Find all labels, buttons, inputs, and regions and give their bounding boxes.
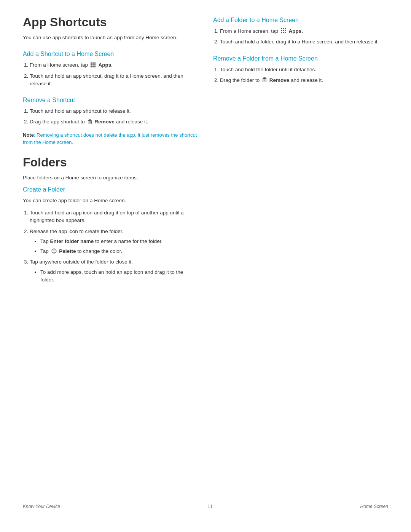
folders-intro: Place folders on a Home screen to organi… xyxy=(23,174,198,182)
create-folder-title: Create a Folder xyxy=(23,186,198,193)
svg-rect-21 xyxy=(281,28,282,29)
list-item: Tap anywhere outside of the folder to cl… xyxy=(30,258,198,284)
list-item: Touch and hold an app icon and drag it o… xyxy=(30,209,198,225)
folders-section: Folders Place folders on a Home screen t… xyxy=(23,155,198,284)
svg-rect-1 xyxy=(92,62,94,64)
svg-point-16 xyxy=(53,250,53,251)
svg-rect-8 xyxy=(94,66,96,67)
svg-rect-4 xyxy=(92,64,94,66)
remove-label: Remove xyxy=(269,77,290,83)
svg-rect-23 xyxy=(285,28,286,29)
remove-shortcut-title: Remove a Shortcut xyxy=(23,97,198,104)
apps-icon xyxy=(90,62,96,68)
create-folder-bullets: Tap Enter folder name to enter a name fo… xyxy=(30,238,198,256)
list-item: Drag the folder to Remove and release it… xyxy=(220,77,388,84)
create-folder-steps: Touch and hold an app icon and drag it o… xyxy=(23,209,198,284)
remove-folder-title: Remove a Folder from a Home Screen xyxy=(213,55,388,62)
create-folder-section: Create a Folder You can create app folde… xyxy=(23,186,198,284)
list-item: From a Home screen, tap App xyxy=(30,61,198,69)
add-shortcut-steps: From a Home screen, tap App xyxy=(23,61,198,88)
svg-rect-11 xyxy=(89,120,91,120)
list-item: Tap Enter folder name to enter a name fo… xyxy=(40,238,198,245)
app-shortcuts-intro: You can use app shortcuts to launch an a… xyxy=(23,34,198,42)
list-item: Tap Palette to cha xyxy=(40,248,198,255)
add-folder-title: Add a Folder to a Home Screen xyxy=(213,17,388,24)
remove-folder-section: Remove a Folder from a Home Screen Touch… xyxy=(213,55,388,85)
list-item: Touch and hold an app shortcut, drag it … xyxy=(30,72,198,88)
right-column: Add a Folder to a Home Screen From a Hom… xyxy=(213,15,388,496)
remove-shortcut-note: Note: Removing a shortcut does not delet… xyxy=(23,131,198,146)
close-folder-bullets: To add more apps, touch an hold an app i… xyxy=(30,268,198,284)
add-shortcut-title: Add a Shortcut to a Home Screen xyxy=(23,51,198,58)
svg-rect-29 xyxy=(285,32,286,33)
svg-rect-25 xyxy=(283,30,284,31)
svg-rect-28 xyxy=(283,32,284,33)
remove-shortcut-section: Remove a Shortcut Touch and hold an app … xyxy=(23,97,198,146)
remove-shortcut-steps: Touch and hold an app shortcut to releas… xyxy=(23,107,198,126)
svg-point-20 xyxy=(53,252,54,253)
apps-icon xyxy=(280,28,287,34)
list-item: From a Home screen, tap App xyxy=(220,27,388,35)
note-label: Note xyxy=(23,132,34,138)
add-shortcut-section: Add a Shortcut to a Home Screen From a H… xyxy=(23,51,198,88)
svg-rect-22 xyxy=(283,28,284,29)
svg-point-18 xyxy=(54,250,55,251)
add-folder-steps: From a Home screen, tap App xyxy=(213,27,388,46)
svg-rect-27 xyxy=(281,32,282,33)
remove-label: Remove xyxy=(94,119,115,125)
svg-rect-0 xyxy=(91,62,92,64)
svg-point-19 xyxy=(54,251,55,252)
footer-page-number: 11 xyxy=(208,504,213,509)
page-footer: Know Your Device 11 Home Screen xyxy=(23,496,388,509)
palette-icon xyxy=(51,248,57,254)
trash-icon xyxy=(262,77,267,83)
svg-point-17 xyxy=(53,249,54,250)
trash-icon xyxy=(87,119,92,125)
svg-rect-3 xyxy=(91,64,92,66)
list-item: To add more apps, touch an hold an app i… xyxy=(40,268,198,284)
footer-right: Home Screen xyxy=(360,504,388,509)
folders-title: Folders xyxy=(23,155,198,169)
svg-rect-5 xyxy=(94,64,96,66)
left-column: App Shortcuts You can use app shortcuts … xyxy=(23,15,198,496)
svg-rect-2 xyxy=(94,62,96,64)
apps-label: Apps. xyxy=(289,28,303,34)
page-title: App Shortcuts xyxy=(23,15,198,29)
enter-folder-name-label: Enter folder name xyxy=(50,238,94,244)
svg-rect-32 xyxy=(263,78,265,78)
svg-rect-6 xyxy=(91,66,92,67)
list-item: Touch and hold the folder until it detac… xyxy=(220,66,388,73)
svg-rect-26 xyxy=(285,30,286,31)
apps-label: Apps. xyxy=(99,62,113,68)
svg-rect-24 xyxy=(281,30,282,31)
main-content: App Shortcuts You can use app shortcuts … xyxy=(23,15,388,496)
remove-folder-steps: Touch and hold the folder until it detac… xyxy=(213,66,388,85)
create-folder-intro: You can create app folder on a Home scre… xyxy=(23,197,198,204)
list-item: Drag the app shortcut to Remove and rele… xyxy=(30,118,198,126)
footer-left: Know Your Device xyxy=(23,504,60,509)
list-item: Touch and hold an app shortcut to releas… xyxy=(30,107,198,115)
page: App Shortcuts You can use app shortcuts … xyxy=(0,0,411,532)
list-item: Touch and hold a folder, drag it to a Ho… xyxy=(220,38,388,46)
list-item: Release the app icon to create the folde… xyxy=(30,228,198,256)
palette-label: Palette xyxy=(59,248,76,254)
svg-rect-7 xyxy=(92,66,94,67)
add-folder-section: Add a Folder to a Home Screen From a Hom… xyxy=(213,17,388,46)
